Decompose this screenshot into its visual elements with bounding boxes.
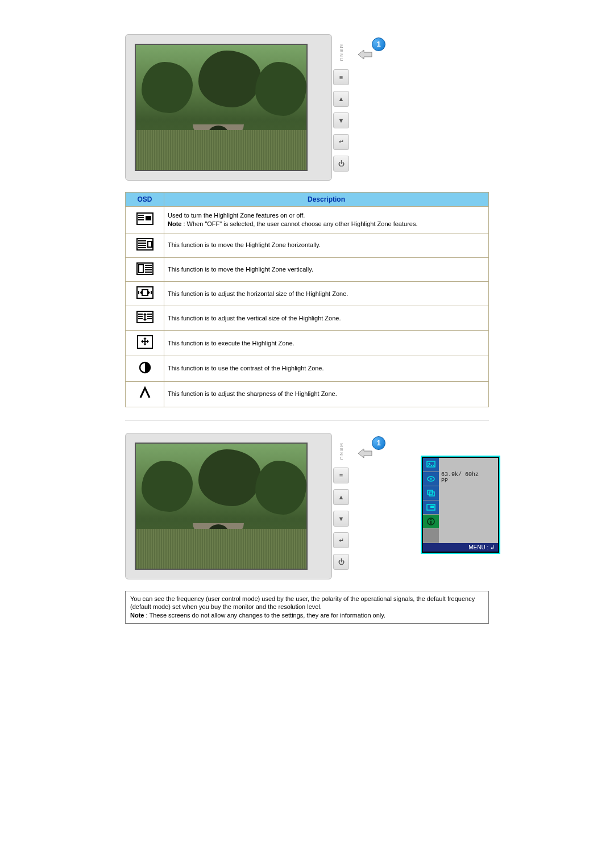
osd-tab-empty xyxy=(423,529,439,543)
svg-rect-4 xyxy=(146,216,151,220)
table-row: This function is to move the Highlight Z… xyxy=(126,233,489,257)
table-row: This function is to use the contrast of … xyxy=(126,356,489,381)
table-row: This function is to adjust the vertical … xyxy=(126,306,489,331)
power-button[interactable]: ⏻ xyxy=(333,156,349,172)
highlight-zone-vertical-move-icon xyxy=(126,257,164,282)
enter-button[interactable]: ↵ xyxy=(333,532,349,548)
info-box-note-rest: : These screens do not allow any changes… xyxy=(144,612,385,619)
svg-rect-6 xyxy=(138,240,146,241)
svg-rect-17 xyxy=(137,287,153,298)
svg-rect-16 xyxy=(145,272,152,273)
svg-rect-18 xyxy=(138,291,139,294)
up-button[interactable]: ▲ xyxy=(333,489,349,505)
osd-tab-screen-icon xyxy=(423,486,439,500)
enter-button[interactable]: ↵ xyxy=(333,134,349,150)
menu-button[interactable]: ≡ xyxy=(333,69,349,85)
svg-rect-7 xyxy=(138,243,146,244)
svg-rect-27 xyxy=(147,318,152,319)
svg-rect-1 xyxy=(138,215,144,216)
highlight-zone-execute-icon xyxy=(126,331,164,356)
monitor-body xyxy=(125,433,332,579)
osd-frequency-value: 63.9k/ 60hz xyxy=(441,471,496,478)
svg-rect-9 xyxy=(138,247,146,248)
table-row: Used to turn the Highlight Zone features… xyxy=(126,207,489,233)
menu-label: MENU xyxy=(339,44,344,62)
svg-point-34 xyxy=(430,478,432,479)
table-row: This function is to adjust the sharpness… xyxy=(126,381,489,407)
osd-polarity-value: PP xyxy=(441,478,496,484)
svg-rect-26 xyxy=(147,316,152,317)
osd-description-cell: This function is to adjust the vertical … xyxy=(164,306,489,331)
table-header-osd: OSD xyxy=(126,193,164,207)
monitor-figure-1: MENU ≡ ▲ ▼ ↵ ⏻ 1 xyxy=(125,34,489,181)
monitor-side-buttons: MENU ≡ ▲ ▼ ↵ ⏻ xyxy=(333,433,349,579)
svg-rect-38 xyxy=(430,506,434,508)
svg-rect-2 xyxy=(138,217,144,218)
svg-rect-24 xyxy=(138,318,143,319)
svg-rect-14 xyxy=(145,267,152,268)
osd-overlay-panel: 63.9k/ 60hz PP MENU : ↲ xyxy=(421,456,500,554)
osd-description-cell: This function is to adjust the horizonta… xyxy=(164,282,489,306)
highlight-zone-contrast-icon xyxy=(126,356,164,381)
monitor-figure-2-wrap: MENU ≡ ▲ ▼ ↵ ⏻ 1 xyxy=(125,433,489,579)
osd-description-table: OSD Description Used to turn the Highlig… xyxy=(125,192,489,407)
table-row: This function is to execute the Highligh… xyxy=(126,331,489,356)
monitor-side-buttons: MENU ≡ ▲ ▼ ↵ ⏻ xyxy=(333,34,349,181)
callout-badge-1: 1 xyxy=(372,37,385,51)
osd-tab-geometry-icon xyxy=(423,472,439,486)
up-button[interactable]: ▲ xyxy=(333,91,349,107)
svg-rect-41 xyxy=(430,519,432,520)
callout-badge-1: 1 xyxy=(372,436,385,450)
menu-button[interactable]: ≡ xyxy=(333,468,349,483)
menu-label: MENU xyxy=(339,443,344,461)
down-button[interactable]: ▼ xyxy=(333,112,349,128)
monitor-body xyxy=(125,34,332,181)
info-box-note-label: Note xyxy=(130,612,144,619)
svg-rect-28 xyxy=(144,315,146,319)
table-row: This function is to adjust the horizonta… xyxy=(126,282,489,306)
osd-description-cell: Used to turn the Highlight Zone features… xyxy=(164,207,489,233)
table-header-description: Description xyxy=(164,193,489,207)
osd-tab-highlight-icon xyxy=(423,500,439,515)
monitor-figure-2: MENU ≡ ▲ ▼ ↵ ⏻ 1 xyxy=(125,433,387,579)
svg-rect-3 xyxy=(138,219,144,220)
svg-rect-10 xyxy=(148,241,152,247)
osd-overlay-footer: MENU : ↲ xyxy=(423,543,498,552)
highlight-zone-horizontal-move-icon xyxy=(126,233,164,257)
osd-tab-picture-icon xyxy=(423,458,439,472)
highlight-zone-horizontal-size-icon xyxy=(126,282,164,306)
info-box: You can see the frequency (user control … xyxy=(125,591,489,624)
monitor-screen xyxy=(135,443,308,570)
table-row: This function is to move the Highlight Z… xyxy=(126,257,489,282)
osd-tab-info-icon xyxy=(423,515,439,529)
svg-rect-19 xyxy=(151,291,152,294)
osd-description-cell: This function is to adjust the sharpness… xyxy=(164,381,489,407)
svg-rect-15 xyxy=(145,269,152,270)
down-button[interactable]: ▼ xyxy=(333,511,349,527)
svg-rect-23 xyxy=(138,316,143,317)
highlight-zone-toggle-icon xyxy=(126,207,164,233)
osd-description-cell: This function is to move the Highlight Z… xyxy=(164,233,489,257)
monitor-screen xyxy=(135,44,308,171)
highlight-zone-vertical-size-icon xyxy=(126,306,164,331)
osd-description-cell: This function is to execute the Highligh… xyxy=(164,331,489,356)
svg-rect-40 xyxy=(430,521,432,524)
svg-rect-20 xyxy=(142,290,148,295)
svg-rect-8 xyxy=(138,245,146,246)
svg-rect-22 xyxy=(138,314,143,315)
svg-rect-13 xyxy=(145,265,152,266)
svg-rect-12 xyxy=(139,265,143,273)
osd-description-cell: This function is to move the Highlight Z… xyxy=(164,257,489,282)
power-button[interactable]: ⏻ xyxy=(333,554,349,570)
osd-description-cell: This function is to use the contrast of … xyxy=(164,356,489,381)
svg-rect-25 xyxy=(147,314,152,315)
info-box-text: You can see the frequency (user control … xyxy=(130,595,475,611)
highlight-zone-sharpness-icon xyxy=(126,381,164,407)
section-divider xyxy=(125,420,489,420)
